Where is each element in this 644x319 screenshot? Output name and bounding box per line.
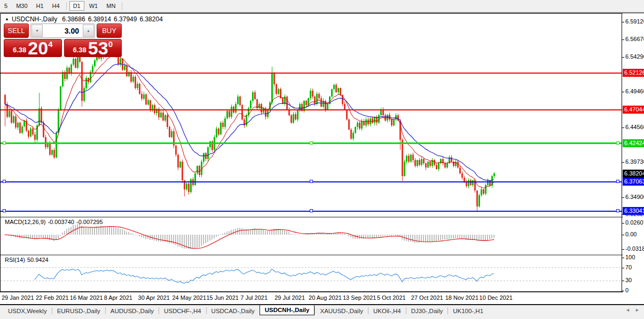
macd-signal-value: -0.007295 (76, 219, 103, 225)
rsi-line (35, 269, 494, 283)
date-label: 18 Nov 2021 (445, 294, 478, 301)
rsi-tick-label: 70 (625, 264, 632, 270)
rsi-tick-label: 100 (625, 254, 635, 260)
timeframe-button-h4[interactable]: H4 (49, 1, 64, 11)
hline-6.33041[interactable] (1, 210, 622, 212)
rsi-indicator-label: RSI(14)50.9424 (5, 257, 51, 263)
tab-audusd-daily[interactable]: AUDUSD-,Daily (106, 307, 159, 315)
buy-button[interactable]: BUY (97, 23, 122, 38)
rsi-tick-label: 0 (625, 287, 629, 293)
macd-tick-label: 0.02607 (625, 219, 644, 226)
macd-indicator-label: MACD(12,26,9)-0.003740-0.007295 (5, 219, 105, 225)
hline-6.42424[interactable] (1, 142, 622, 145)
candlestick-pane (4, 43, 495, 211)
line-handle[interactable] (617, 180, 619, 183)
timeframe-button-d1[interactable]: D1 (69, 1, 84, 11)
tab-uk100-h1[interactable]: UK100-,H1 (448, 307, 488, 315)
macd-main-value: -0.003740 (48, 219, 74, 225)
sell-price-sup: 4 (48, 39, 52, 49)
tabs-scroll-right-icon[interactable]: ► (635, 307, 640, 313)
collapse-panel-icon[interactable]: ▲ (5, 17, 9, 21)
tab-usdcad-daily[interactable]: USDCAD-,Daily (207, 307, 260, 315)
pane-separator[interactable] (0, 217, 623, 218)
macd-tick-label: 0.00 (625, 231, 637, 237)
line-handle[interactable] (3, 142, 6, 145)
volume-input[interactable] (43, 24, 82, 37)
timeframe-button-m30[interactable]: M30 (12, 1, 31, 11)
pane-separator[interactable] (0, 254, 623, 256)
tab-eurusd-daily[interactable]: EURUSD-,Daily (52, 307, 105, 315)
price-tick-label: 6.49460 (625, 88, 644, 94)
line-handle[interactable] (617, 142, 619, 145)
price-tick-label: 6.44560 (625, 124, 644, 130)
rsi-value: 50.9424 (27, 257, 49, 263)
tabs-scroll-left-icon[interactable]: ◄ (625, 307, 630, 313)
line-handle[interactable] (310, 142, 313, 145)
candlestick-series (4, 43, 495, 211)
current-price-badge: 6.38204 (623, 170, 644, 178)
date-label: 13 Sep 2021 (343, 294, 376, 301)
date-label: 8 Apr 2021 (104, 294, 132, 301)
date-label: 20 Aug 2021 (309, 294, 342, 301)
date-label: 7 Jul 2021 (240, 294, 268, 301)
volume-increase-button[interactable]: ▲ (83, 25, 94, 37)
volume-spinner: ▼ ▲ (30, 23, 95, 38)
line-handle[interactable] (310, 210, 313, 212)
toolbar-separator (66, 2, 67, 10)
price-axis: 6.591206.566706.542906.494606.445606.397… (623, 13, 644, 305)
buy-price-display[interactable]: 6.38 53 0 (64, 39, 122, 57)
date-label: 15 Jun 2021 (206, 294, 239, 301)
price-tick-label: 6.56670 (625, 36, 644, 42)
buy-price-sup: 0 (108, 39, 113, 49)
resistance-level-badge: 6.52126 (623, 69, 644, 77)
chart-title-bar: ▲USDCNH-,Daily6.386866.389146.379496.382… (5, 15, 166, 23)
line-handle[interactable] (617, 210, 619, 212)
line-handle[interactable] (3, 180, 6, 183)
sell-price-big: 20 (28, 41, 48, 56)
date-label: 5 Oct 2021 (377, 294, 406, 301)
tab-usdcnh-daily[interactable]: USDCNH-,Daily (260, 305, 315, 315)
timeframe-toolbar: 5M30H1H4D1W1MN (0, 0, 644, 12)
date-label: 29 Jul 2021 (274, 294, 305, 301)
ohlc-open: 6.38686 (62, 15, 85, 23)
line-handle[interactable] (3, 210, 6, 212)
timeframe-button-5[interactable]: 5 (1, 1, 11, 11)
date-axis: 29 Jan 202122 Feb 202116 Mar 20218 Apr 2… (0, 292, 623, 305)
price-tick-label: 6.54290 (625, 53, 644, 60)
macd-tick-label: -0.03187 (625, 245, 644, 252)
date-label: 30 Apr 2021 (138, 294, 170, 301)
tab-usdchf-h4[interactable]: USDCHF-,H4 (159, 307, 206, 315)
macd-signal-line (5, 227, 494, 249)
tab-dj30-daily[interactable]: DJ30-,Daily (406, 307, 447, 315)
buy-price-big: 53 (88, 41, 108, 56)
toolbar-separator (122, 2, 122, 10)
volume-decrease-button[interactable]: ▼ (32, 25, 43, 37)
date-label: 29 Jan 2021 (2, 294, 34, 301)
support-level-badge: 6.33041 (623, 207, 644, 215)
timeframe-button-w1[interactable]: W1 (85, 1, 102, 11)
support-level-badge: 6.37063 (623, 178, 644, 186)
rsi-pane (1, 268, 622, 283)
timeframe-button-mn[interactable]: MN (103, 1, 119, 11)
hline-6.37063[interactable] (1, 180, 622, 183)
price-tick-label: 6.59120 (625, 18, 644, 25)
macd-histogram (4, 224, 494, 249)
ohlc-high: 6.38914 (88, 15, 111, 23)
timeframe-button-h1[interactable]: H1 (33, 1, 48, 11)
price-tick-label: 6.34900 (625, 194, 644, 200)
triangle-down-icon: ▼ (35, 29, 39, 33)
chart-area: ▲USDCNH-,Daily6.386866.389146.379496.382… (0, 13, 644, 305)
one-click-trading-panel: SELL ▼ ▲ BUY 6.38 20 4 6.38 53 0 (4, 23, 122, 58)
sell-price-prefix: 6.38 (13, 46, 26, 54)
line-handle[interactable] (310, 180, 313, 183)
tab-usdx-weekly[interactable]: USDX,Weekly (3, 307, 52, 315)
tab-ukoil-h4[interactable]: UKOil-,H4 (368, 307, 406, 315)
rsi-name: RSI(14) (5, 257, 25, 263)
sell-price-display[interactable]: 6.38 20 4 (4, 39, 62, 57)
date-label: 22 Feb 2021 (36, 294, 69, 301)
price-tick-label: 6.39730 (625, 158, 644, 165)
sell-button[interactable]: SELL (4, 23, 29, 38)
pivot-level-badge: 6.42424 (623, 139, 644, 147)
tab-xauusd-daily[interactable]: XAUUSD-,Daily (315, 307, 368, 315)
macd-pane (4, 224, 494, 249)
